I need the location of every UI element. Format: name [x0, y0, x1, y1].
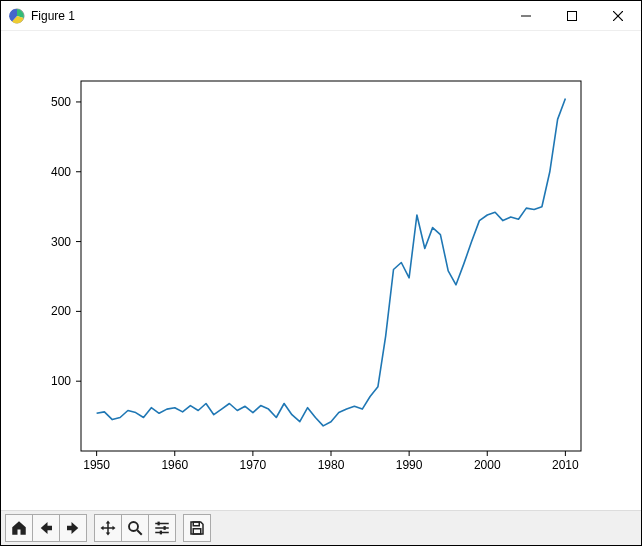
- window-title: Figure 1: [31, 9, 503, 23]
- close-button[interactable]: [595, 1, 641, 30]
- home-icon: [10, 519, 28, 537]
- back-button[interactable]: [32, 514, 60, 542]
- line-chart: 1950196019701980199020002010100200300400…: [1, 31, 641, 510]
- sliders-icon: [153, 519, 171, 537]
- move-icon: [99, 519, 117, 537]
- svg-point-30: [129, 522, 138, 531]
- svg-line-31: [137, 530, 142, 535]
- pan-button[interactable]: [94, 514, 122, 542]
- svg-text:1970: 1970: [240, 458, 267, 472]
- svg-text:1960: 1960: [161, 458, 188, 472]
- zoom-icon: [126, 519, 144, 537]
- zoom-button[interactable]: [121, 514, 149, 542]
- svg-rect-37: [160, 531, 162, 535]
- minimize-button[interactable]: [503, 1, 549, 30]
- svg-text:500: 500: [51, 95, 71, 109]
- app-icon: [9, 8, 25, 24]
- svg-text:400: 400: [51, 165, 71, 179]
- save-button[interactable]: [183, 514, 211, 542]
- arrow-left-icon: [37, 519, 55, 537]
- svg-text:2000: 2000: [474, 458, 501, 472]
- svg-text:1950: 1950: [83, 458, 110, 472]
- svg-rect-5: [81, 81, 581, 451]
- maximize-button[interactable]: [549, 1, 595, 30]
- titlebar: Figure 1: [1, 1, 641, 31]
- window-buttons: [503, 1, 641, 30]
- home-button[interactable]: [5, 514, 33, 542]
- save-icon: [188, 519, 206, 537]
- nav-toolbar: [1, 510, 641, 545]
- svg-text:300: 300: [51, 235, 71, 249]
- chart-area[interactable]: 1950196019701980199020002010100200300400…: [1, 31, 641, 510]
- forward-button[interactable]: [59, 514, 87, 542]
- figure-window: Figure 1 1950196019701980199020002010100…: [0, 0, 642, 546]
- svg-text:2010: 2010: [552, 458, 579, 472]
- configure-button[interactable]: [148, 514, 176, 542]
- svg-rect-38: [193, 522, 199, 526]
- svg-text:1980: 1980: [318, 458, 345, 472]
- arrow-right-icon: [64, 519, 82, 537]
- svg-rect-35: [164, 526, 166, 530]
- svg-rect-2: [568, 11, 577, 20]
- svg-text:100: 100: [51, 374, 71, 388]
- svg-rect-39: [193, 529, 201, 534]
- svg-text:200: 200: [51, 304, 71, 318]
- svg-rect-33: [158, 522, 160, 526]
- svg-text:1990: 1990: [396, 458, 423, 472]
